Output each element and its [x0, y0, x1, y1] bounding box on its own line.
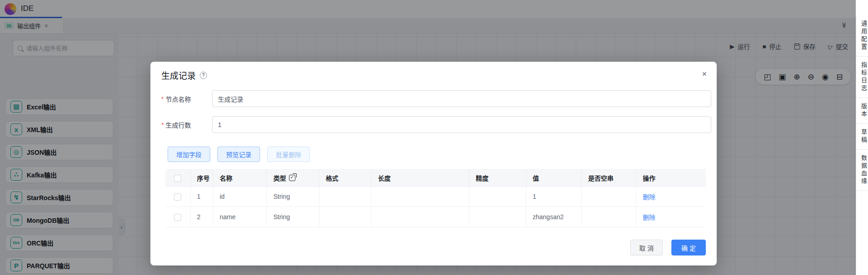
column-header: 名称 [213, 170, 266, 187]
table-cell: id [213, 187, 266, 207]
table-cell: zhangsan2 [526, 207, 582, 227]
row-checkbox[interactable] [174, 193, 181, 201]
table-cell [371, 207, 469, 227]
column-header: 类型 [267, 170, 319, 187]
table-cell [319, 187, 371, 207]
column-header-label: 类型 [273, 173, 286, 182]
help-icon[interactable]: ? [200, 72, 207, 79]
column-header: 值 [526, 170, 582, 187]
row-count-row: * 生成行数 [161, 120, 197, 129]
confirm-button[interactable]: 确 定 [671, 240, 706, 255]
modal-title: 生成记录 [161, 69, 196, 81]
fields-table: 序号名称类型格式长度精度值是否空串操作 1idString1删除2nameStr… [165, 169, 706, 227]
column-header: 精度 [469, 170, 526, 187]
node-name-row: * 节点名称 [161, 94, 197, 103]
delete-row-link[interactable]: 删除 [643, 214, 656, 221]
cancel-button[interactable]: 取 消 [630, 240, 663, 255]
column-header: 操作 [636, 170, 706, 187]
table-cell [469, 207, 526, 227]
row-checkbox[interactable] [174, 214, 181, 221]
table-cell [582, 207, 637, 227]
table-cell: 1 [190, 187, 213, 207]
table-cell [371, 187, 469, 207]
tab-data-lineage[interactable]: 数据血缘 [856, 150, 868, 191]
select-all-checkbox[interactable] [174, 175, 181, 182]
row-count-label: 生成行数 [165, 120, 197, 129]
table-cell: name [213, 207, 266, 227]
row-count-input[interactable] [212, 116, 711, 133]
modal-close-icon[interactable]: × [702, 70, 707, 78]
required-asterisk: * [161, 121, 164, 128]
table-row: 2nameStringzhangsan2删除 [165, 207, 706, 227]
add-field-button[interactable]: 增加字段 [168, 147, 210, 162]
tab-version[interactable]: 版本 [856, 98, 868, 124]
generate-record-modal: 生成记录 ? × * 节点名称 * 生成行数 增加字段 预览记录 批量删除 序号… [150, 62, 717, 265]
tab-draft[interactable]: 草稿 [856, 124, 868, 150]
modal-footer: 取 消 确 定 [630, 240, 706, 255]
node-name-input[interactable] [212, 90, 711, 107]
table-cell: 1 [526, 187, 582, 207]
required-asterisk: * [161, 95, 164, 103]
apply-to-all-icon[interactable] [289, 175, 295, 181]
app-window: IDE DI 输出组件 × ≫ ▶ 运行 ■ 停止 保存 ▷ 提交 ◰▣⊕⊖ [0, 0, 868, 275]
preview-record-button[interactable]: 预览记录 [217, 147, 260, 162]
delete-row-link[interactable]: 删除 [643, 193, 656, 201]
table-row: 1idString1删除 [165, 187, 706, 207]
table-cell [469, 187, 526, 207]
table-cell: String [267, 187, 319, 207]
tab-metric-log[interactable]: 指标日志 [856, 57, 868, 98]
column-header: 序号 [190, 170, 213, 187]
batch-delete-button[interactable]: 批量删除 [267, 147, 310, 162]
right-utility-strip: 通用配置指标日志版本草稿数据血缘 [856, 15, 868, 275]
column-header: 是否空串 [582, 170, 637, 187]
column-header: 长度 [371, 170, 469, 187]
table-header-row: 序号名称类型格式长度精度值是否空串操作 [165, 170, 706, 187]
field-actions: 增加字段 预览记录 批量删除 [168, 147, 310, 162]
tab-general-config[interactable]: 通用配置 [856, 15, 868, 57]
table-cell: String [267, 207, 319, 227]
header-select-all [165, 170, 190, 187]
table-cell [319, 207, 371, 227]
node-name-label: 节点名称 [165, 94, 197, 103]
column-header: 格式 [319, 170, 371, 187]
table-cell: 2 [190, 207, 213, 227]
table-cell [582, 187, 637, 207]
